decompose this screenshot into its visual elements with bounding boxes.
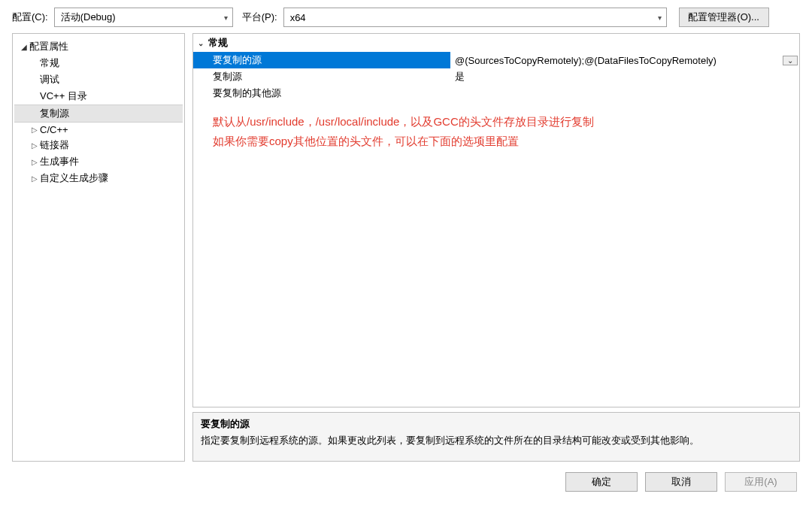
description-title: 要复制的源 <box>201 417 792 431</box>
prop-label: 要复制的源 <box>193 52 450 68</box>
chevron-down-icon: ▾ <box>658 14 662 22</box>
expand-icon[interactable]: ▷ <box>29 126 40 134</box>
prop-value[interactable] <box>450 85 799 101</box>
expand-icon[interactable]: ▷ <box>29 174 40 183</box>
chevron-down-icon: ▾ <box>224 14 228 22</box>
collapse-icon[interactable]: ⌄ <box>198 39 208 47</box>
prop-label: 要复制的其他源 <box>193 85 450 101</box>
prop-row-sources-to-copy[interactable]: 要复制的源 @(SourcesToCopyRemotely);@(DataFil… <box>193 52 799 68</box>
expand-icon[interactable]: ▷ <box>29 141 40 150</box>
tree-item-label: 常规 <box>40 56 59 70</box>
tree-root-label: 配置属性 <box>29 40 68 53</box>
apply-button[interactable]: 应用(A) <box>725 472 797 492</box>
ok-button[interactable]: 确定 <box>565 472 638 492</box>
tree-item-general[interactable]: 常规 <box>14 55 183 71</box>
right-pane: ⌄ 常规 要复制的源 @(SourcesToCopyRemotely);@(Da… <box>192 33 800 462</box>
category-header[interactable]: ⌄ 常规 <box>193 34 799 52</box>
cancel-button[interactable]: 取消 <box>645 472 717 492</box>
chevron-down-icon: ⌄ <box>787 56 793 65</box>
platform-combo[interactable]: x64 ▾ <box>283 8 667 27</box>
main-area: ◢ 配置属性 常规 调试 VC++ 目录 复制源 ▷ C/C++ ▷ 链接器 ▷ <box>0 33 812 462</box>
tree-item-buildevents[interactable]: ▷ 生成事件 <box>14 153 183 170</box>
description-panel: 要复制的源 指定要复制到远程系统的源。如果更改此列表，要复制到远程系统的文件所在… <box>192 412 800 462</box>
prop-row-copy-sources[interactable]: 复制源 是 <box>193 68 799 85</box>
tree-item-debug[interactable]: 调试 <box>14 71 183 88</box>
dropdown-button[interactable]: ⌄ <box>783 56 798 65</box>
config-label: 配置(C): <box>12 11 48 24</box>
tree-root[interactable]: ◢ 配置属性 <box>14 38 183 55</box>
prop-row-additional-sources[interactable]: 要复制的其他源 <box>193 85 799 101</box>
tree-item-label: 链接器 <box>40 138 69 152</box>
tree-item-label: 复制源 <box>40 107 69 120</box>
tree-item-label: 自定义生成步骤 <box>40 171 108 185</box>
nav-tree[interactable]: ◢ 配置属性 常规 调试 VC++ 目录 复制源 ▷ C/C++ ▷ 链接器 ▷ <box>12 33 185 462</box>
toolbar: 配置(C): 活动(Debug) ▾ 平台(P): x64 ▾ 配置管理器(O)… <box>0 0 812 33</box>
prop-label: 复制源 <box>193 68 450 85</box>
category-label: 常规 <box>208 36 228 50</box>
property-grid[interactable]: ⌄ 常规 要复制的源 @(SourcesToCopyRemotely);@(Da… <box>192 33 800 407</box>
tree-item-vcdirs[interactable]: VC++ 目录 <box>14 88 183 105</box>
prop-value[interactable]: 是 <box>450 68 799 85</box>
config-combo-value: 活动(Debug) <box>61 11 116 24</box>
config-manager-button[interactable]: 配置管理器(O)... <box>679 8 769 27</box>
platform-label: 平台(P): <box>242 11 277 24</box>
expand-icon[interactable]: ▷ <box>29 158 40 166</box>
tree-item-label: VC++ 目录 <box>40 89 87 103</box>
tree-item-linker[interactable]: ▷ 链接器 <box>14 137 183 153</box>
tree-item-label: 调试 <box>40 73 59 86</box>
tree-item-custombuild[interactable]: ▷ 自定义生成步骤 <box>14 170 183 186</box>
config-combo[interactable]: 活动(Debug) ▾ <box>54 8 233 27</box>
annotation-text: 默认从/usr/include，/usr/local/include，以及GCC… <box>193 101 799 150</box>
platform-combo-value: x64 <box>290 12 306 23</box>
description-body: 指定要复制到远程系统的源。如果更改此列表，要复制到远程系统的文件所在的目录结构可… <box>201 434 792 447</box>
collapse-icon[interactable]: ◢ <box>19 43 29 51</box>
tree-item-label: C/C++ <box>40 124 68 135</box>
prop-value[interactable]: @(SourcesToCopyRemotely);@(DataFilesToCo… <box>450 52 799 68</box>
tree-item-ccpp[interactable]: ▷ C/C++ <box>14 123 183 137</box>
tree-item-copysources[interactable]: 复制源 <box>14 105 183 123</box>
tree-item-label: 生成事件 <box>40 155 79 168</box>
dialog-footer: 确定 取消 应用(A) <box>0 462 812 502</box>
